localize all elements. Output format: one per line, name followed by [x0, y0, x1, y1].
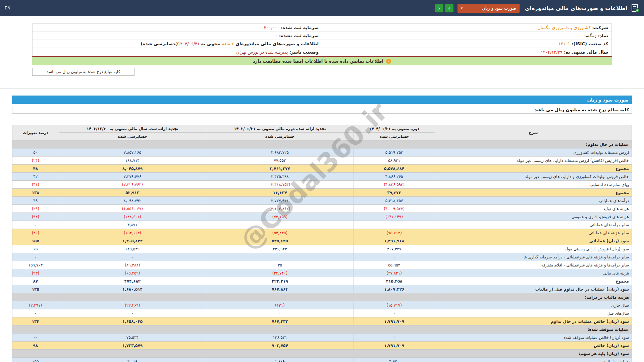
cell-value: ۵,۶۱۸,۳۵۶ [354, 197, 435, 205]
nav-back-button[interactable]: ‹ [435, 4, 443, 12]
cell-value: ۷۵,۵۳۴ [59, 334, 206, 342]
signature-match-banner: i اطلاعات نمایش داده شده با اطلاعات امضا… [32, 57, 612, 65]
column-header-period-current: دوره منتهی به ۱۴۰۴/۰۶/۳۱ [354, 125, 435, 133]
cell-value: ۱۶,۶۳۴ [206, 189, 354, 197]
cell-value: (۲۲,۴۶۹) [59, 301, 206, 309]
row-label: سایر درآمدها و هزینه های غیرعملیاتی - اق… [435, 261, 632, 269]
text-segment: اطلاعات و صورت‌های مالی میاندوره‌ای [234, 41, 319, 46]
text-segment: ۱۴۰۴/۰۶/۳۱ [178, 41, 200, 46]
statement-row: خالص فروش تولیدات کشاورزی و دارایی های ز… [12, 173, 632, 181]
cell-percent-change: (۴۱) [12, 181, 59, 189]
cell-value: ۴,۰۱۹ [59, 358, 206, 362]
statement-row: سود (زیان) عملیات در حال تداوم قبل از ما… [12, 285, 632, 293]
cell-value: ۰ [206, 253, 354, 261]
column-header-year-restated: تجدید ارائه شده سال مالی منتهی به ۱۴۰۳/۱… [59, 125, 206, 133]
cell-value: ۴۱۵,۴۵۸ [354, 277, 435, 285]
statement-tbody: عملیات در حال تداوم:ارزش منصفانه تولیدات… [12, 140, 632, 362]
cell-value: (۴۷,۸۲۱) [354, 269, 435, 277]
section-label: هزینه مالیات بر درآمد: [12, 293, 632, 301]
cell-value: ۳۵ [206, 261, 354, 269]
cell-value: ۱,۲۰۵,۸۳۲ [59, 237, 206, 245]
cell-percent-change: ۴۲ [12, 173, 59, 181]
cell-value: ۱,۳۹۱,۹۶۸ [354, 237, 435, 245]
nav-back-icon: ‹ [438, 5, 440, 11]
cell-value: ۰ [206, 221, 354, 229]
section-header-row: سود (زیان) پایه هر سهم: [12, 350, 632, 358]
statement-section: صورت سود و زیان کلیه مبالغ درج شده به می… [12, 96, 632, 362]
cell-value: (۷۵,۷۱۲) [354, 229, 435, 237]
cell-value: (۲۴,۷۴۰) [206, 269, 354, 277]
company-info-row: نماد: زمگساسرمایه ثبت نشده: ۰ [33, 32, 611, 40]
cell-value: ۵,۵۱۹,۷۵۳ [354, 148, 435, 157]
statement-type-dropdown[interactable]: صورت سود و زیان ▾ [458, 4, 520, 13]
statement-row: هزینه های تولید(۴,۰۰۹,۵۲۷)(۳,۱۰۴,۸۶۲)(۶,… [12, 205, 632, 213]
statement-row: بهای تمام شده انتسابی(۴,۸۲۶,۵۹۳)(۳,۴۱۸,۷… [12, 181, 632, 189]
statement-row: سال‌های قبل۰۰۰۰ [12, 309, 632, 317]
statement-row: سود (زیان) خالص۱,۷۹۱,۷۰۹۹۰۳,۷۵۴۱,۷۳۳,۵۷۹… [12, 342, 632, 350]
cell-value: ۷۶۷,۸۶۴ [206, 285, 354, 293]
statement-row: سود (زیان) خالص عملیات متوقف شده۰۱۳۶,۵۲۱… [12, 334, 632, 342]
cell-value: ۵۴۵,۶۴۵ [206, 237, 354, 245]
cell-value: (۱۸۸,۶۰۱) [59, 213, 206, 221]
cell-value: ۲۲۲,۲۱۹ [206, 277, 354, 285]
company-info-table: شرکت: کشاورزي و دامپروري مگسالسرمایه ثبت… [32, 23, 612, 57]
statement-row: مجموع۵,۵۷۸,۶۸۴۳,۷۶۱,۲۷۷۸,۰۴۵,۸۷۹۴۸ [12, 165, 632, 173]
dropdown-selected-value: صورت سود و زیان [482, 6, 516, 11]
row-label: مجموع [435, 189, 632, 197]
cell-value: (۷,۳۲۶,۷۶۳) [59, 181, 206, 189]
section-header-row: عملیات متوقف شده: [12, 325, 632, 334]
cell-percent-change: ۱۳۴ [12, 317, 59, 325]
text-segment: ۱۴۰۴/۱۲/۲۹ [541, 50, 562, 55]
cell-value: (۶۳۱) [206, 301, 354, 309]
banner-text: اطلاعات نمایش داده شده با اطلاعات امضا ش… [253, 59, 384, 64]
column-header-desc: شرح [435, 125, 632, 140]
cell-value: (۶۵,۴۵۹) [59, 269, 206, 277]
cell-percent-change: (۹۳) [12, 213, 59, 221]
company-info-cell: کد صنعت (ISIC): ۰۱۲۱۰۱ [322, 41, 611, 46]
cell-value: ۵,۵۷۸,۶۸۴ [354, 165, 435, 173]
cell-value: (۸۹,۳۸۸) [59, 261, 206, 269]
statement-row: مجموع۳۹,۶۷۲۱۶,۶۳۴۵۲,۹۱۳۱۳۸ [12, 189, 632, 197]
row-label: سود (زیان) عملیاتی [435, 237, 632, 245]
cell-value: (۴,۰۰۹,۵۲۷) [354, 205, 435, 213]
cell-percent-change: ۰ [12, 221, 59, 229]
cell-value: ۱,۸۱۹ [206, 358, 354, 362]
company-name-link[interactable]: کشاورزي و دامپروري مگسال [537, 25, 591, 30]
chevron-down-icon: ▾ [461, 6, 463, 10]
cell-value: ۱,۷۹۱,۷۰۹ [354, 342, 435, 350]
cell-value: ۸,۰۹۸,۷۹۲ [59, 197, 206, 205]
language-toggle-en[interactable]: EN [5, 6, 11, 10]
cell-value: ۵۸,۹۳۱ [354, 157, 435, 165]
statement-header: شرح دوره منتهی به ۱۴۰۴/۰۶/۳۱ تجدید ارائه… [12, 125, 632, 140]
company-info-row: شرکت: کشاورزي و دامپروري مگسالسرمایه ثبت… [33, 24, 611, 32]
section-header-row: هزینه مالیات بر درآمد: [12, 293, 632, 301]
statement-row: سود (زیان) خالص عملیات در حال تداوم۱,۷۹۱… [12, 317, 632, 325]
section-label: سود (زیان) پایه هر سهم: [12, 350, 632, 358]
row-label: عملیاتی (ریال) [435, 358, 632, 362]
text-segment: شرکت: [591, 25, 608, 30]
row-label: سود (زیان) خالص عملیات متوقف شده [435, 334, 632, 342]
nav-forward-button[interactable]: › [445, 4, 453, 12]
statement-nav: › ‹ [435, 4, 453, 12]
row-label: سال جاری [435, 301, 632, 309]
row-label: بهای تمام شده انتسابی [435, 181, 632, 189]
cell-value: (۱۴۱,۱۴۹) [354, 213, 435, 221]
cell-value: (۴,۸۲۶,۵۹۳) [354, 181, 435, 189]
column-header-percent-change: درصد تغییرات [12, 125, 59, 140]
topbar: اطلاعات و صورت‌های مالی میاندوره‌ای صورت… [0, 0, 644, 16]
statement-row: درآمدهای عملیاتی۵,۶۱۸,۳۵۶۳,۷۷۷,۹۱۱۸,۰۹۸,… [12, 197, 632, 205]
cell-percent-change: ۸۷ [12, 277, 59, 285]
section-header-row: عملیات در حال تداوم: [12, 140, 632, 148]
codal-logo-icon [631, 4, 639, 12]
text-segment: کد صنعت (ISIC): [570, 41, 608, 46]
row-label: سایر درآمدهای عملیاتی [435, 221, 632, 229]
statement-row: سایر درآمدهای عملیاتی۰۰۴,۸۷۱۰ [12, 221, 632, 229]
statement-title-bar: صورت سود و زیان [12, 96, 632, 104]
cell-value: ۴,۸۷۱ [59, 221, 206, 229]
statement-row: سود (زیان) فروش دارایی زیستی مولد۴۰۷,۳۲۷… [12, 245, 632, 253]
statement-row: هزینه های مالی(۴۷,۸۲۱)(۲۴,۷۴۰)(۶۵,۴۵۹)(۹… [12, 269, 632, 277]
company-info-cell: نماد: زمگسا [322, 33, 611, 38]
cell-value: ۲۴۶,۹۲۴ [206, 245, 354, 253]
row-label: سود (زیان) عملیات در حال تداوم قبل از ما… [435, 285, 632, 293]
info-icon: i [386, 59, 391, 64]
